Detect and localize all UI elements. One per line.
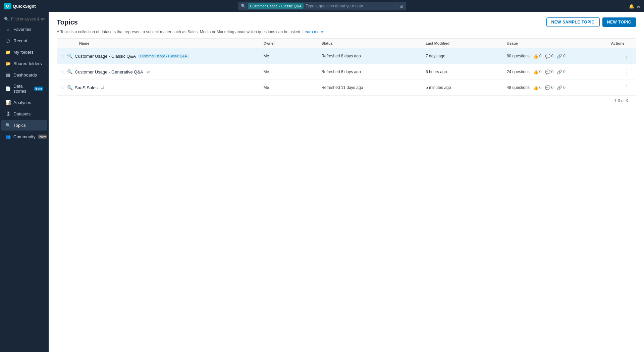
thumbs-up: 👍 0 [533,85,542,90]
search-options-icon: ⋮ [394,4,398,9]
row-owner-cell: Me [259,64,317,80]
topic-name: SaaS Sales [75,85,98,90]
topic-search-icon: 🔍 [67,85,73,90]
star-button[interactable]: ☆ [61,69,65,74]
sidebar-item-label: My folders [13,50,34,55]
star-button[interactable]: ☆ [61,53,65,59]
comments: 💬 0 [545,85,554,90]
new-topic-button[interactable]: NEW TOPIC [602,17,636,27]
row-name-cell: ☆ 🔍 Customer Usage - Generative Q&A ⇄ [57,64,259,80]
topics-icon: 🔍 [5,122,11,128]
topic-search-icon: 🔍 [67,53,73,59]
learn-more-link[interactable]: Learn more [303,30,323,34]
col-header-name: Name [57,39,259,48]
links: 🔗 0 [557,54,566,59]
more-options-button[interactable]: ⋮ [622,52,632,60]
sidebar-item-label: Analyses [13,100,31,105]
sidebar-item-dashboards[interactable]: ▦ Dashboards [1,69,47,80]
more-options-button[interactable]: ⋮ [622,83,632,92]
row-status-cell: Refreshed 11 days ago [317,80,422,96]
datasets-icon: 🗄 [5,111,11,116]
col-header-actions: Actions [607,39,636,48]
links: 🔗 0 [557,85,566,90]
table-header: Name Owner Status Last Modified Usage Ac… [57,39,636,48]
sidebar-item-recent[interactable]: ◷ Recent [1,35,47,46]
top-bar-right: 🔔 A [629,4,640,9]
page-title: Topics [57,18,78,26]
search-tag-chip: Customer Usage - Classic Q&A [248,3,304,9]
app-layout: 🔍 ☆ Favorites ◷ Recent 📁 My folders 📂 Sh… [0,12,644,352]
main-content: Topics NEW SAMPLE TOPIC NEW TOPIC A Topi… [49,12,644,352]
page-header: Topics NEW SAMPLE TOPIC NEW TOPIC [49,12,644,30]
thumbs-up-icon: 👍 [533,85,538,90]
sidebar-item-shared-folders[interactable]: 📂 Shared folders [1,58,47,69]
community-icon: 👥 [5,134,11,139]
thumbs-up: 👍 0 [533,69,542,74]
new-badge: New [38,135,47,139]
more-options-button[interactable]: ⋮ [622,67,632,76]
table-container: Name Owner Status Last Modified Usage Ac… [49,39,644,352]
row-actions-cell: ⋮ [607,80,636,96]
data-stories-icon: 📄 [5,86,11,91]
global-search-bar[interactable]: 🔍 Customer Usage - Classic Q&A Type a qu… [238,2,406,10]
row-actions-cell: ⋮ [607,64,636,80]
link-icon: 🔗 [557,54,562,59]
thumbs-up-icon: 👍 [533,54,538,59]
row-name-cell: ☆ 🔍 Customer Usage - Classic Q&A Custome… [57,48,259,64]
sidebar-item-label: Dashboards [13,72,37,78]
share-icon: ⇄ [101,85,104,90]
sidebar-item-favorites[interactable]: ☆ Favorites [1,24,47,35]
row-actions-cell: ⋮ [607,48,636,64]
comments: 💬 0 [545,69,554,74]
sidebar-item-label: Community [13,134,36,139]
pagination-label: 1-3 of 3 [614,98,628,103]
table-row: ☆ 🔍 Customer Usage - Classic Q&A Custome… [57,48,636,64]
row-modified-cell: 5 minutes ago [422,80,503,96]
questions-count: 48 questions [507,85,530,90]
row-usage-cell: 48 questions 👍 0 💬 0 🔗 [503,80,607,96]
sidebar-search-icon: 🔍 [4,17,9,21]
comment-icon: 💬 [545,69,550,74]
sidebar-item-topics[interactable]: 🔍 Topics [1,120,47,131]
sidebar-item-my-folders[interactable]: 📁 My folders [1,47,47,57]
star-button[interactable]: ☆ [61,85,65,90]
sidebar-search-input[interactable] [11,17,45,21]
recent-icon: ◷ [5,38,11,43]
favorites-icon: ☆ [5,27,11,32]
my-folders-icon: 📁 [5,49,11,55]
user-icon[interactable]: A [637,4,640,9]
thumbs-up-icon: 👍 [533,69,538,74]
app-name: QuickSight [13,4,36,9]
sidebar-item-data-stories[interactable]: 📄 Data stories Beta [1,81,47,96]
row-name-cell: ☆ 🔍 SaaS Sales ⇄ [57,80,259,96]
new-sample-topic-button[interactable]: NEW SAMPLE TOPIC [546,17,600,27]
col-header-usage: Usage [503,39,607,48]
sidebar-item-label: Shared folders [13,61,42,66]
sidebar-item-label: Favorites [13,27,31,32]
app-logo: Q QuickSight [4,3,36,9]
table-row: ☆ 🔍 SaaS Sales ⇄ Me Refreshed 11 days ag… [57,80,636,96]
row-owner-cell: Me [259,80,317,96]
sidebar-item-label: Recent [13,38,27,43]
logo-icon: Q [4,3,11,9]
questions-count: 80 questions [507,54,530,58]
topic-name: Customer Usage - Generative Q&A [75,69,143,74]
sidebar-search[interactable]: 🔍 [0,15,49,23]
sidebar-item-datasets[interactable]: 🗄 Datasets [1,108,47,119]
comments: 💬 0 [545,54,554,59]
sidebar-item-analyses[interactable]: 📊 Analyses [1,97,47,108]
active-tag-chip: Customer Usage - Classic Q&A [138,54,189,58]
comment-icon: 💬 [545,85,550,90]
shared-folders-icon: 📂 [5,61,11,66]
search-magnifier-icon: 🔍 [241,4,246,8]
header-actions: NEW SAMPLE TOPIC NEW TOPIC [546,17,636,27]
analyses-icon: 📊 [5,100,11,105]
row-status-cell: Refreshed 8 days ago [317,64,422,80]
row-usage-cell: 24 questions 👍 0 💬 0 🔗 [503,64,607,80]
notification-icon[interactable]: 🔔 [629,4,634,9]
search-expand-icon: ⊞ [399,4,403,9]
search-placeholder-text: Type a question about your data [306,4,392,8]
sidebar: 🔍 ☆ Favorites ◷ Recent 📁 My folders 📂 Sh… [0,12,49,352]
search-bar-icons: ⋮ ⊞ [394,4,403,9]
sidebar-item-community[interactable]: 👥 Community New [1,131,47,142]
